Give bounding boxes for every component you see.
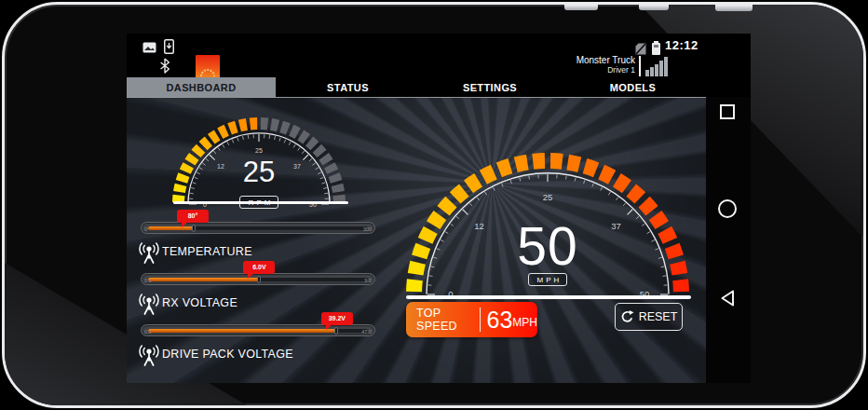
screenshot-stage: 12:12 Monster Truck Driver 1 DASHBOARD S… xyxy=(0,0,868,410)
driver-name: Driver 1 xyxy=(576,66,635,75)
drive-pack-track[interactable]: 0.0 47.0 xyxy=(141,324,375,336)
camera-button[interactable] xyxy=(715,5,753,11)
volume-button[interactable] xyxy=(639,5,669,10)
app-badge-icon[interactable] xyxy=(196,55,220,79)
nav-recents-icon[interactable] xyxy=(720,104,735,119)
reset-button[interactable]: RESET xyxy=(615,303,683,331)
rpm-gauge-baseline xyxy=(173,201,348,204)
tab-settings[interactable]: SETTINGS xyxy=(420,77,560,97)
reset-label: RESET xyxy=(639,310,678,323)
nav-home-icon[interactable] xyxy=(718,199,737,218)
drive-pack-value-badge: 39.2V xyxy=(321,312,353,325)
battery-icon xyxy=(652,43,660,55)
app-badge-gauge-glyph xyxy=(200,69,215,77)
signal-bars-icon xyxy=(645,57,670,76)
drive-pack-fill xyxy=(148,329,337,333)
speed-gauge: 012253750 50 MPH xyxy=(399,124,697,303)
power-button[interactable] xyxy=(564,5,598,10)
rx-voltage-fill xyxy=(148,278,260,281)
top-speed-unit: MPH xyxy=(512,316,537,329)
tab-status[interactable]: STATUS xyxy=(276,77,420,97)
refresh-icon xyxy=(620,309,634,324)
tab-bar: DASHBOARD STATUS SETTINGS MODELS xyxy=(127,77,706,97)
tab-dashboard[interactable]: DASHBOARD xyxy=(127,77,276,97)
temperature-track[interactable]: 0° 300 xyxy=(141,222,375,234)
top-speed-label: TOP SPEED xyxy=(416,307,472,333)
android-screen: 12:12 Monster Truck Driver 1 DASHBOARD S… xyxy=(127,34,751,383)
no-sim-icon xyxy=(635,43,646,55)
vehicle-name: Monster Truck xyxy=(576,55,635,66)
status-bar: 12:12 Monster Truck Driver 1 xyxy=(127,34,751,77)
top-speed-divider xyxy=(480,308,481,332)
drive-pack-voltage-slider: 39.2V 0.0 47.0 xyxy=(141,312,375,376)
dashboard-content: 012253750 25 RPM 012253750 50 MPH 80° xyxy=(127,97,706,383)
status-time: 12:12 xyxy=(665,38,698,52)
tab-models[interactable]: MODELS xyxy=(560,77,706,97)
nav-back-icon[interactable] xyxy=(719,289,736,308)
rx-voltage-thumb[interactable] xyxy=(257,276,261,283)
phone-frame: 12:12 Monster Truck Driver 1 DASHBOARD S… xyxy=(2,2,866,408)
bluetooth-icon xyxy=(159,58,170,74)
antenna-icon xyxy=(138,342,160,367)
speed-value: 50 xyxy=(399,215,697,277)
rx-voltage-value-badge: 6.0V xyxy=(243,261,275,274)
rpm-value: 25 xyxy=(156,156,361,189)
drive-pack-label-row: DRIVE PACK VOLTAGE xyxy=(138,341,293,367)
drive-pack-thumb[interactable] xyxy=(334,327,338,335)
top-speed-button[interactable]: TOP SPEED 63 MPH xyxy=(406,302,537,337)
speed-unit-chip: MPH xyxy=(528,273,568,286)
svg-text:25: 25 xyxy=(255,147,263,154)
rpm-gauge: 012253750 25 RPM xyxy=(156,115,361,221)
svg-text:25: 25 xyxy=(543,192,553,202)
top-speed-value: 63 xyxy=(487,307,513,334)
android-nav-bar xyxy=(706,97,751,383)
speed-gauge-baseline xyxy=(406,295,691,299)
temperature-value-badge: 80° xyxy=(177,210,209,223)
rx-voltage-track[interactable]: 0.0 9.0 xyxy=(141,273,375,285)
device-download-icon xyxy=(164,39,174,54)
status-divider xyxy=(639,56,641,76)
gallery-icon xyxy=(142,42,156,53)
active-model-info: Monster Truck Driver 1 xyxy=(576,55,635,75)
temperature-thumb[interactable] xyxy=(192,225,196,232)
